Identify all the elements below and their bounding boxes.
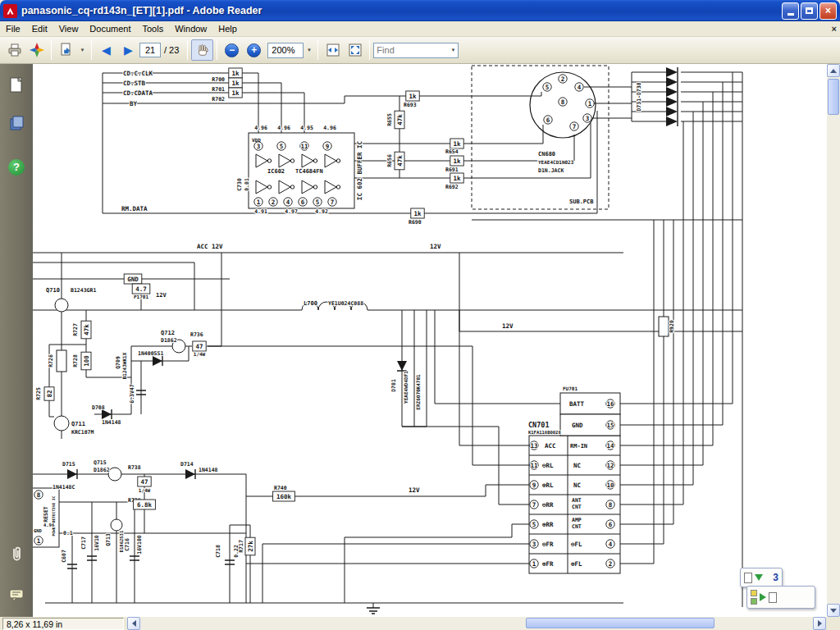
zoom-out-button[interactable]: − [221, 39, 243, 61]
vertical-scroll-thumb[interactable] [828, 79, 839, 115]
nav-popup-top[interactable]: 3 [740, 568, 783, 587]
svg-text:47k: 47k [83, 324, 90, 336]
scroll-left-button[interactable] [127, 617, 140, 630]
svg-text:R702: R702 [212, 96, 225, 103]
svg-text:6.3V47: 6.3V47 [129, 384, 135, 404]
horizontal-scroll-thumb[interactable] [526, 618, 714, 628]
schematic-label: D715 [62, 461, 75, 468]
svg-text:CD.STB: CD.STB [123, 80, 146, 87]
zoom-level-select[interactable]: 200% [267, 43, 304, 58]
toolbar-separator [187, 40, 188, 60]
print-button[interactable] [3, 39, 25, 61]
comments-panel-button[interactable] [7, 586, 26, 605]
export-button[interactable] [55, 39, 77, 61]
svg-text:4.7: 4.7 [135, 285, 147, 293]
schematic-label: R701 [212, 86, 225, 93]
page-number-input[interactable] [139, 43, 161, 57]
menu-tools[interactable]: Tools [137, 22, 170, 35]
svg-text:4: 4 [286, 199, 290, 206]
fit-width-button[interactable] [322, 39, 344, 61]
svg-text:⊕FL: ⊕FL [571, 560, 582, 568]
menu-edit[interactable]: Edit [26, 22, 53, 35]
svg-text:12: 12 [606, 462, 614, 469]
resistor-body [659, 317, 669, 336]
svg-text:11: 11 [530, 462, 538, 469]
zoom-in-button[interactable]: + [243, 39, 265, 61]
svg-text:10: 10 [606, 482, 614, 489]
schematic-label: D708 [92, 404, 105, 411]
layers-panel-button[interactable] [7, 113, 26, 133]
scroll-up-button[interactable] [827, 64, 840, 77]
find-input[interactable] [374, 45, 448, 55]
svg-text:13: 13 [530, 442, 538, 450]
schematic-label: IC 602 BUFFER IC [356, 141, 363, 200]
svg-text:C716: C716 [124, 538, 130, 551]
schematic-label: BY [130, 100, 138, 107]
schematic-label: 2 [559, 75, 567, 83]
scroll-down-button[interactable] [827, 604, 840, 617]
schematic-label: D731-D738 [636, 82, 642, 111]
zoom-dropdown-caret[interactable]: ▼ [304, 39, 314, 61]
svg-text:D731-D738: D731-D738 [636, 82, 642, 111]
svg-text:ERZ6070K4701: ERZ6070K4701 [415, 374, 421, 410]
svg-text:R693: R693 [404, 102, 417, 108]
menu-document[interactable]: Document [84, 22, 136, 35]
schematic-label: R656 [386, 154, 393, 167]
green-marker-icon [751, 598, 757, 605]
collaborate-button[interactable] [25, 39, 48, 61]
find-dropdown-caret[interactable]: ▼ [448, 48, 458, 52]
svg-text:FU701: FU701 [563, 386, 578, 391]
layers-icon [8, 115, 25, 131]
schematic-label: R700 [212, 76, 225, 83]
export-dropdown-caret[interactable]: ▼ [77, 39, 88, 61]
hand-tool-button[interactable] [191, 39, 213, 61]
attachments-panel-button[interactable] [7, 545, 26, 564]
svg-text:1k: 1k [409, 93, 417, 100]
schematic-label: 6.8k [134, 500, 156, 509]
horizontal-scrollbar[interactable] [127, 617, 826, 630]
svg-text:4.91: 4.91 [254, 208, 267, 215]
pages-panel-button[interactable] [7, 75, 26, 95]
menu-window[interactable]: Window [169, 22, 212, 35]
vertical-scrollbar[interactable] [827, 64, 840, 617]
previous-page-button[interactable]: ◀ [95, 39, 117, 61]
svg-text:CN680: CN680 [538, 151, 555, 158]
adobe-reader-window: panasonic_cq-rd143n_[ET][1].pdf - Adobe … [0, 0, 840, 630]
menu-help[interactable]: Help [212, 22, 243, 35]
schematic-label: 47k [395, 111, 404, 129]
schematic-label: 0.01 [244, 178, 250, 191]
schematic-label: 1N4148 [102, 419, 121, 426]
svg-text:6.8k: 6.8k [137, 501, 153, 509]
maximize-button[interactable] [801, 2, 818, 20]
svg-text:R654: R654 [445, 148, 459, 155]
next-page-button[interactable]: ▶ [117, 39, 139, 61]
svg-text:1k: 1k [231, 89, 240, 97]
menu-file[interactable]: File [0, 22, 26, 35]
svg-text:⊕RL: ⊕RL [542, 482, 554, 489]
scroll-right-button[interactable] [813, 617, 826, 630]
schematic-label: 47 [193, 341, 206, 351]
howto-panel-button[interactable]: ? [7, 158, 26, 177]
close-button[interactable]: × [819, 2, 837, 20]
menu-view[interactable]: View [53, 22, 84, 35]
minimize-button[interactable] [782, 2, 799, 20]
schematic-label: BATT [569, 400, 585, 408]
schematic-label: 5 [530, 520, 538, 528]
fit-page-button[interactable] [344, 39, 366, 61]
title-bar[interactable]: panasonic_cq-rd143n_[ET][1].pdf - Adobe … [0, 0, 840, 21]
svg-text:2: 2 [561, 75, 565, 83]
nav-popup-bottom[interactable] [746, 586, 815, 609]
svg-text:RM-IN: RM-IN [570, 443, 587, 450]
schematic-label: 6 [299, 198, 307, 206]
svg-text:R717: R717 [238, 540, 244, 553]
svg-text:D1862: D1862 [161, 337, 177, 344]
svg-text:1k: 1k [453, 140, 461, 148]
svg-text:6: 6 [301, 199, 305, 206]
close-document-icon[interactable]: × [832, 24, 837, 34]
down-arrow-icon [830, 609, 837, 613]
document-page[interactable]: CD.C.CLKCD.STBCD.CDATABY1kR7001kR7011kR7… [33, 64, 827, 617]
svg-text:KRC107M: KRC107M [71, 429, 94, 436]
svg-text:7: 7 [532, 501, 536, 509]
svg-text:1/4W: 1/4W [139, 487, 151, 493]
schematic-label: R692 [445, 184, 459, 190]
